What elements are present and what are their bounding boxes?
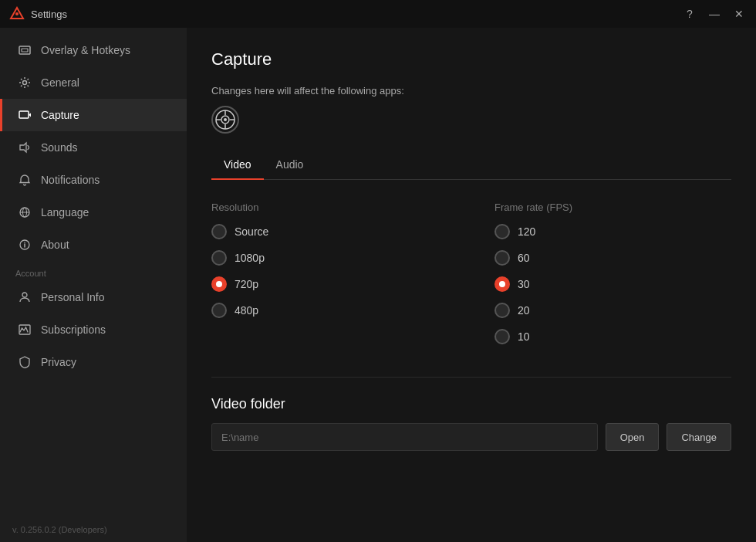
version-label: v. 0.256.0.2 (Developers) <box>0 517 187 542</box>
sidebar-item-notifications[interactable]: Notifications <box>0 164 187 196</box>
resolution-label-480p: 480p <box>235 304 258 317</box>
resolution-column: Resolution Source 1080p 720p 480p <box>211 202 448 355</box>
help-button[interactable]: ? <box>679 5 700 23</box>
page-title: Capture <box>211 49 731 69</box>
video-folder-row: Open Change <box>211 423 731 451</box>
video-folder-title: Video folder <box>211 396 731 412</box>
sidebar-label-capture: Capture <box>41 109 79 121</box>
fps-option-10[interactable]: 10 <box>494 329 731 344</box>
app-icon-row <box>211 106 731 134</box>
resolution-option-480p[interactable]: 480p <box>211 303 448 318</box>
sidebar-item-overlay[interactable]: Overlay & Hotkeys <box>0 34 187 66</box>
resolution-label-720p: 720p <box>235 278 258 290</box>
sidebar-item-general[interactable]: General <box>0 66 187 99</box>
fps-option-20[interactable]: 20 <box>494 303 731 318</box>
person-icon <box>18 290 32 304</box>
app-logo <box>9 6 25 22</box>
framerate-header: Frame rate (FPS) <box>494 202 731 213</box>
sidebar-label-notifications: Notifications <box>41 174 100 186</box>
account-section-label: Account <box>0 261 187 281</box>
privacy-icon <box>18 355 32 369</box>
fps-radio-120[interactable] <box>494 224 510 239</box>
affect-notice: Changes here will affect the following a… <box>211 85 731 97</box>
titlebar: Settings ? — ✕ <box>0 0 756 28</box>
sidebar-item-subscriptions[interactable]: Subscriptions <box>0 313 187 346</box>
fps-radio-10[interactable] <box>494 329 510 344</box>
change-folder-button[interactable]: Change <box>667 423 731 451</box>
fps-option-60[interactable]: 60 <box>494 250 731 266</box>
resolution-radio-480p[interactable] <box>211 303 227 318</box>
sidebar-label-overlay: Overlay & Hotkeys <box>41 44 130 56</box>
svg-point-22 <box>224 118 227 121</box>
resolution-option-720p[interactable]: 720p <box>211 276 448 292</box>
fps-label-30: 30 <box>518 278 530 290</box>
sidebar-item-capture[interactable]: Capture <box>0 99 187 131</box>
video-settings-columns: Resolution Source 1080p 720p 480p <box>211 202 731 355</box>
gear-icon <box>18 76 32 90</box>
sidebar-label-about: About <box>41 239 69 251</box>
sidebar-label-general: General <box>41 76 79 89</box>
titlebar-controls: ? — ✕ <box>679 5 750 23</box>
sidebar-item-about[interactable]: About <box>0 229 187 261</box>
fps-label-10: 10 <box>518 330 530 343</box>
sidebar-item-language[interactable]: Language <box>0 196 187 229</box>
fps-radio-20[interactable] <box>494 303 510 318</box>
sidebar: Overlay & Hotkeys General Capture <box>0 28 187 542</box>
fps-radio-30[interactable] <box>494 276 510 292</box>
sidebar-item-personal-info[interactable]: Personal Info <box>0 281 187 313</box>
folder-path-input[interactable] <box>211 423 598 451</box>
sidebar-label-privacy: Privacy <box>41 356 76 368</box>
fps-option-120[interactable]: 120 <box>494 224 731 239</box>
app-icon-crosshair <box>211 106 239 134</box>
language-icon <box>18 205 32 219</box>
svg-rect-2 <box>19 46 30 54</box>
sidebar-label-personal-info: Personal Info <box>41 291 105 303</box>
svg-point-14 <box>22 293 27 297</box>
fps-label-60: 60 <box>518 252 530 264</box>
framerate-column: Frame rate (FPS) 120 60 30 20 <box>494 202 731 355</box>
svg-point-1 <box>15 12 19 15</box>
sidebar-label-language: Language <box>41 206 89 218</box>
sounds-icon <box>18 141 32 154</box>
svg-marker-7 <box>20 143 26 152</box>
resolution-radio-720p[interactable] <box>211 276 227 292</box>
open-folder-button[interactable]: Open <box>606 423 660 451</box>
app-body: Overlay & Hotkeys General Capture <box>0 28 756 542</box>
minimize-button[interactable]: — <box>704 5 725 23</box>
overlay-icon <box>18 43 32 57</box>
app-title: Settings <box>31 8 67 20</box>
tab-audio[interactable]: Audio <box>264 152 316 180</box>
resolution-option-source[interactable]: Source <box>211 224 448 239</box>
section-divider <box>211 377 731 378</box>
resolution-label-source: Source <box>235 225 268 238</box>
resolution-label-1080p: 1080p <box>235 252 265 264</box>
tab-video[interactable]: Video <box>211 152 264 180</box>
resolution-header: Resolution <box>211 202 448 213</box>
svg-rect-3 <box>22 49 28 52</box>
sidebar-label-sounds: Sounds <box>41 141 77 154</box>
fps-radio-60[interactable] <box>494 250 510 266</box>
fps-option-30[interactable]: 30 <box>494 276 731 292</box>
sidebar-item-privacy[interactable]: Privacy <box>0 346 187 378</box>
subscriptions-icon <box>18 323 32 337</box>
notifications-icon <box>18 173 32 187</box>
resolution-radio-1080p[interactable] <box>211 250 227 266</box>
sidebar-item-sounds[interactable]: Sounds <box>0 131 187 164</box>
fps-label-120: 120 <box>518 225 535 238</box>
capture-icon <box>18 108 32 122</box>
content-area: Capture Changes here will affect the fol… <box>187 28 756 542</box>
svg-point-13 <box>24 242 25 243</box>
sidebar-label-subscriptions: Subscriptions <box>41 324 106 336</box>
titlebar-left: Settings <box>9 6 67 22</box>
close-button[interactable]: ✕ <box>728 5 750 23</box>
fps-label-20: 20 <box>518 304 530 317</box>
resolution-radio-source[interactable] <box>211 224 227 239</box>
tabs: Video Audio <box>211 152 731 180</box>
about-icon <box>18 238 32 252</box>
svg-point-4 <box>23 81 27 85</box>
svg-rect-5 <box>19 111 29 118</box>
resolution-option-1080p[interactable]: 1080p <box>211 250 448 266</box>
